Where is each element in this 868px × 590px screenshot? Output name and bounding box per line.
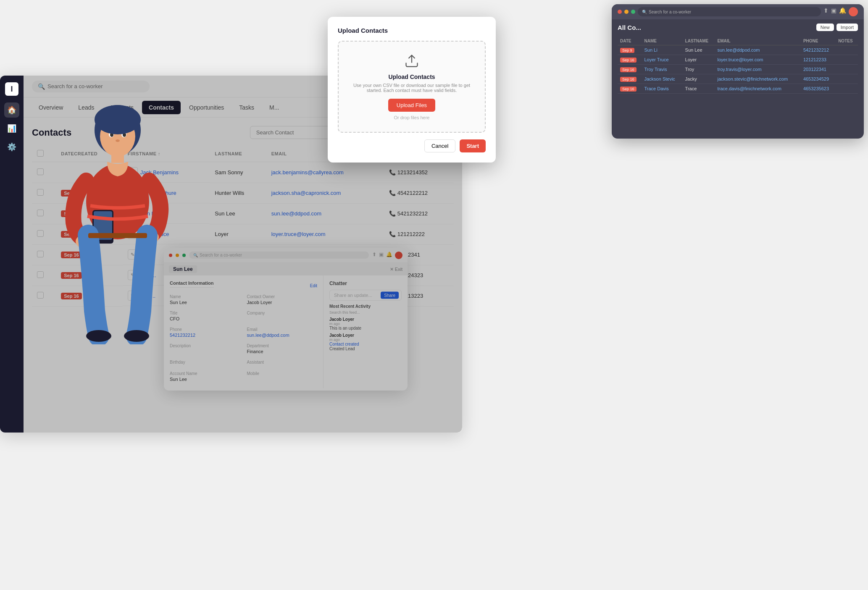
bg-row-name: Jackson Stevic	[642, 74, 682, 84]
upload-file-button[interactable]: Upload Files	[388, 99, 435, 112]
bg-import-btn[interactable]: Import	[836, 24, 858, 31]
bg-row-lastname: Sun Lee	[683, 45, 715, 55]
bg-row-lastname: Jacky	[683, 74, 715, 84]
upload-drop-area[interactable]: Upload Contacts Use your own CSV file or…	[338, 41, 486, 133]
bg-col-phone: PHONE	[801, 37, 836, 45]
bg-row-email: jackson.stevic@finichnetwork.com	[715, 74, 800, 84]
bg-table-row: Sep 16 Loyer Truce Loyer loyer.truce@loy…	[618, 55, 858, 65]
bg-row-name: Loyer Truce	[642, 55, 682, 65]
bg-row-phone: 4653235623	[801, 84, 836, 94]
bg-col-lastname: LASTNAME	[683, 37, 715, 45]
bg-row-name: Trace Davis	[642, 84, 682, 94]
app-logo: I	[5, 82, 18, 96]
bg-row-phone: 4653234529	[801, 74, 836, 84]
bg-table-row: Sep 9 Sun Li Sun Lee sun.lee@ddpod.com 5…	[618, 45, 858, 55]
bg-row-email: loyer.truce@loyer.com	[715, 55, 800, 65]
upload-area-desc: Use your own CSV file or download our sa…	[347, 83, 476, 93]
bg-row-phone: 121212233	[801, 55, 836, 65]
sidebar-item-settings[interactable]: ⚙️	[4, 139, 19, 155]
upload-area-title: Upload Contacts	[347, 73, 476, 80]
bg-row-notes	[836, 74, 858, 84]
bg-row-lastname: Loyer	[683, 55, 715, 65]
bg-row-date: Sep 16	[618, 74, 642, 84]
bg-col-date: DATE	[618, 37, 642, 45]
modal-footer: Cancel Start	[338, 139, 486, 152]
bg-window-body: All Co... New Import DATE NAME LASTNAME …	[612, 19, 864, 98]
bg-row-date: Sep 16	[618, 84, 642, 94]
bg-col-name: NAME	[642, 37, 682, 45]
bg-contacts-table: DATE NAME LASTNAME EMAIL PHONE NOTES Sep…	[618, 37, 858, 94]
bg-action-buttons: New Import	[816, 24, 858, 31]
sidebar-item-analytics[interactable]: 📊	[4, 121, 19, 136]
bg-window-icons: ⬆▣🔔	[823, 7, 858, 16]
bg-row-email: trace.davis@finichnetwork.com	[715, 84, 800, 94]
bg-row-notes	[836, 65, 858, 74]
upload-contacts-modal: Upload Contacts Upload Contacts Use your…	[328, 17, 496, 163]
bg-row-date: Sep 16	[618, 65, 642, 74]
sidebar-item-home[interactable]: 🏠	[4, 102, 19, 118]
sidebar: I 🏠 📊 ⚙️	[0, 76, 24, 433]
bg-row-phone: 203122341	[801, 65, 836, 74]
bg-row-notes	[836, 55, 858, 65]
bg-row-name: Sun Li	[642, 45, 682, 55]
bg-row-email: troy.travis@loyer.com	[715, 65, 800, 74]
upload-icon	[347, 53, 476, 70]
bg-contacts-title: All Co...	[618, 24, 641, 31]
bg-search-text: Search for a co-worker	[649, 10, 691, 14]
bg-row-notes	[836, 84, 858, 94]
bg-row-lastname: Trace	[683, 84, 715, 94]
bg-row-date: Sep 9	[618, 45, 642, 55]
bg-row-name: Troy Travis	[642, 65, 682, 74]
cancel-button[interactable]: Cancel	[424, 139, 455, 152]
drop-text: Or drop files here	[347, 115, 476, 120]
modal-title: Upload Contacts	[338, 27, 486, 34]
bg-search-box: 🔍 Search for a co-worker	[638, 7, 821, 16]
bg-col-email: EMAIL	[715, 37, 800, 45]
bg-col-notes: NOTES	[836, 37, 858, 45]
background-crm-window: 🔍 Search for a co-worker ⬆▣🔔 All Co... N…	[612, 4, 864, 139]
bg-row-notes	[836, 45, 858, 55]
bg-row-phone: 5421232212	[801, 45, 836, 55]
bg-row-email: sun.lee@ddpod.com	[715, 45, 800, 55]
bg-table-row: Sep 16 Trace Davis Trace trace.davis@fin…	[618, 84, 858, 94]
bg-window-titlebar: 🔍 Search for a co-worker ⬆▣🔔	[612, 4, 864, 19]
start-button[interactable]: Start	[460, 139, 486, 152]
bg-row-lastname: Troy	[683, 65, 715, 74]
bg-table-row: Sep 16 Troy Travis Troy troy.travis@loye…	[618, 65, 858, 74]
bg-new-btn[interactable]: New	[816, 24, 834, 31]
bg-table-row: Sep 16 Jackson Stevic Jacky jackson.stev…	[618, 74, 858, 84]
bg-row-date: Sep 16	[618, 55, 642, 65]
